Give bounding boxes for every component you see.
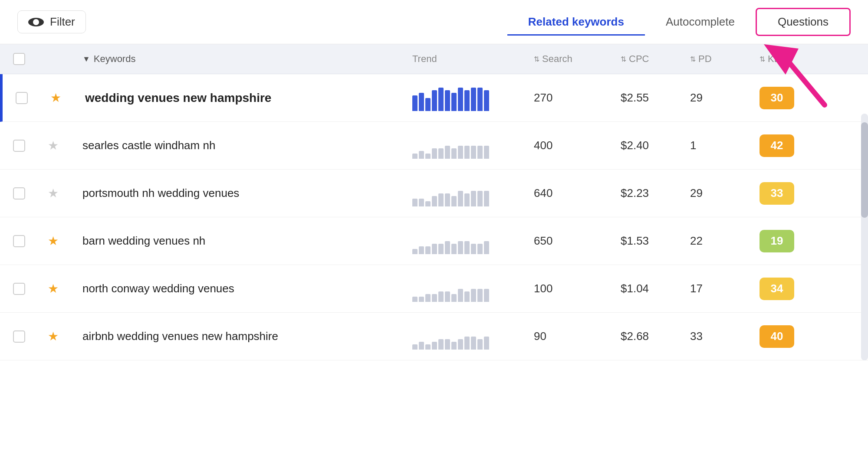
trend-bar [458,339,463,350]
row-keyword-cell: wedding venues new hampshire [85,91,412,105]
row-checkbox[interactable] [13,187,25,200]
row-cpc-cell: $2.23 [621,186,690,200]
search-value: 650 [534,234,552,247]
row-cpc-cell: $2.40 [621,139,690,152]
star-toggle[interactable]: ★ [48,234,59,248]
table-row: ★ north conway wedding venues 100 $1.04 … [0,265,868,313]
trend-bar [432,244,437,254]
trend-chart [412,85,534,111]
trend-bar [458,146,463,159]
tab-autocomplete[interactable]: Autocomplete [645,9,756,35]
trend-bar [484,337,489,350]
trend-chart [412,324,534,350]
pd-value: 17 [690,282,703,295]
trend-bar [438,244,444,254]
toggle-switch[interactable] [28,18,44,26]
trend-bar [458,88,463,111]
row-checkbox[interactable] [16,92,28,104]
star-toggle[interactable]: ★ [48,138,59,153]
row-cpc-cell: $1.04 [621,282,690,295]
trend-chart [412,228,534,254]
pd-value: 29 [690,186,703,200]
trend-bar [451,294,457,302]
col-search-header[interactable]: ⇅ Search [534,53,621,65]
trend-bar [451,342,457,350]
row-checkbox[interactable] [13,330,25,343]
col-cpc-header[interactable]: ⇅ CPC [621,53,690,65]
sort-icon-search: ⇅ [534,55,539,63]
col-keywords-header: ▼ Keywords [82,53,412,65]
trend-bar [477,339,483,350]
star-toggle[interactable]: ★ [48,329,59,343]
filter-toggle[interactable]: Filter [17,10,86,33]
row-checkbox[interactable] [13,283,25,295]
trend-bar [484,191,489,206]
trend-bar [464,241,470,254]
trend-bar [464,146,470,159]
row-search-cell: 90 [534,330,621,343]
row-star-cell: ★ [48,329,82,343]
keyword-text: airbnb wedding venues new hampshire [82,330,278,343]
trend-bar [412,199,418,206]
star-toggle[interactable]: ★ [48,186,59,200]
trend-bar [451,196,457,206]
row-keyword-cell: north conway wedding venues [82,282,412,295]
trend-bar [419,246,424,254]
star-toggle[interactable]: ★ [50,91,61,105]
table-row: ★ airbnb wedding venues new hampshire 90… [0,313,868,360]
row-checkbox-cell [16,92,50,104]
cpc-value: $1.04 [621,282,649,295]
tab-questions[interactable]: Questions [756,8,851,36]
trend-bar [438,88,444,111]
search-value: 90 [534,330,546,343]
pd-value: 1 [690,139,696,152]
row-cpc-cell: $2.68 [621,330,690,343]
star-toggle[interactable]: ★ [48,281,59,296]
row-keyword-cell: barn wedding venues nh [82,234,412,248]
trend-bar [412,297,418,302]
trend-bar [445,339,450,350]
cpc-col-label: CPC [629,53,649,65]
row-keyword-cell: searles castle windham nh [82,139,412,152]
table-rows: ★ wedding venues new hampshire 270 $2.55… [0,74,868,360]
sort-icon-cpc: ⇅ [621,55,626,63]
filter-label: Filter [50,15,75,29]
cpc-value: $2.55 [621,91,649,104]
row-trend-cell [412,85,534,111]
trend-bar [477,289,483,302]
row-checkbox-cell [13,187,48,200]
cpc-value: $2.40 [621,139,649,152]
tab-related-keywords[interactable]: Related keywords [507,9,645,35]
trend-bar [425,344,431,350]
row-checkbox-cell [13,140,48,152]
pd-value: 33 [690,330,703,343]
select-all-checkbox[interactable] [13,53,25,65]
trend-bar [477,191,483,206]
row-kd-cell: 42 [760,134,829,157]
row-checkbox-cell [13,235,48,247]
scrollbar-thumb[interactable] [861,122,868,218]
row-star-cell: ★ [48,186,82,200]
trend-bar [464,291,470,302]
row-trend-cell [412,228,534,254]
trend-bar [471,88,476,111]
kd-badge: 34 [760,278,794,300]
row-checkbox[interactable] [13,140,25,152]
trend-bar [484,90,489,111]
row-pd-cell: 17 [690,282,760,295]
row-pd-cell: 29 [690,186,760,200]
trend-bar [464,337,470,350]
trend-bar [458,191,463,206]
pink-arrow-annotation [738,36,842,114]
trend-bar [412,344,418,350]
kd-badge: 33 [760,182,794,205]
trend-bar [471,146,476,159]
row-keyword-cell: portsmouth nh wedding venues [82,186,412,200]
row-checkbox[interactable] [13,235,25,247]
trend-bar [438,148,444,159]
trend-bar [445,90,450,111]
trend-bar [412,154,418,159]
trend-bar [445,241,450,254]
trend-bar [425,246,431,254]
row-star-cell: ★ [48,138,82,153]
